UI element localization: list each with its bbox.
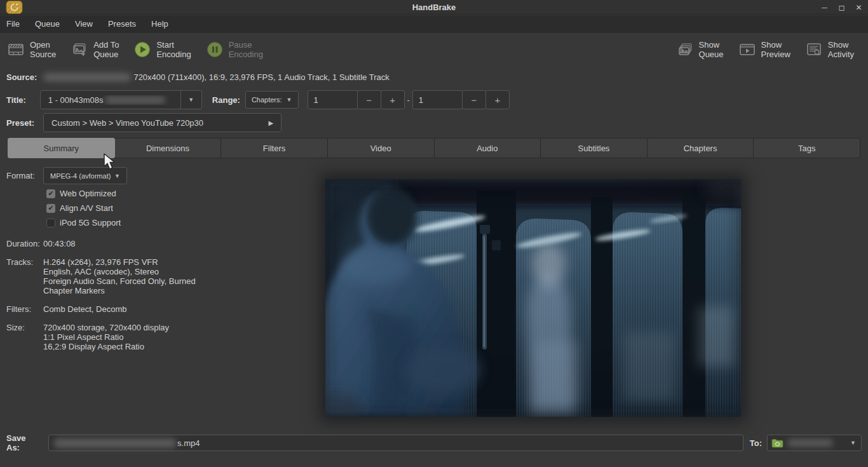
size-line: 1:1 Pixel Aspect Ratio <box>43 332 169 342</box>
titlebar[interactable]: HandBrake ─ ◻ ✕ <box>0 0 868 15</box>
align-av-label: Align A/V Start <box>60 203 113 213</box>
plus-icon: + <box>390 95 395 105</box>
preset-row: Preset: Custom > Web > Vimeo YouTube 720… <box>6 113 281 132</box>
tab-filters[interactable]: Filters <box>220 138 328 158</box>
range-start-increment-button[interactable]: + <box>381 90 405 109</box>
open-source-icon <box>8 41 24 58</box>
start-encoding-label-1: Start <box>156 40 191 50</box>
range-end-decrement-button[interactable]: − <box>462 90 486 109</box>
add-to-queue-icon <box>71 41 88 58</box>
size-value: 720x400 storage, 720x400 display 1:1 Pix… <box>43 323 169 351</box>
redacted-destination-path <box>787 439 833 447</box>
tab-dimensions[interactable]: Dimensions <box>114 138 222 158</box>
redacted-filename <box>54 438 176 448</box>
minimize-icon[interactable]: ─ <box>819 2 830 13</box>
toolbar: Open Source Add To Queue <box>0 33 868 65</box>
tab-bar: Summary Dimensions Filters Video Audio S… <box>8 138 860 158</box>
source-row: Source: 720x400 (711x400), 16:9, 23,976 … <box>6 71 390 83</box>
pause-encoding-button[interactable]: Pause Encoding <box>199 37 271 62</box>
ipod-label: iPod 5G Support <box>60 218 121 227</box>
web-optimized-checkbox[interactable]: ✔ <box>46 189 55 198</box>
redacted-source-path <box>43 73 131 81</box>
menu-file[interactable]: File <box>6 15 27 33</box>
menu-view[interactable]: View <box>67 15 100 33</box>
start-encoding-button[interactable]: Start Encoding <box>126 37 198 62</box>
preset-select[interactable]: Custom > Web > Vimeo YouTube 720p30 ▶ <box>43 113 281 132</box>
filename-suffix: s.mp4 <box>177 438 200 448</box>
start-encoding-icon <box>134 41 151 58</box>
title-label: Title: <box>6 95 26 105</box>
tracks-label: Tracks: <box>6 257 33 267</box>
redacted-title-text <box>105 96 165 104</box>
tab-summary[interactable]: Summary <box>8 138 115 158</box>
open-source-label-1: Open <box>30 40 56 50</box>
range-start-decrement-button[interactable]: − <box>357 90 381 109</box>
menu-help[interactable]: Help <box>144 15 176 33</box>
destination-dropdown-arrow-icon: ▼ <box>850 440 856 446</box>
range-end-increment-button[interactable]: + <box>485 90 510 109</box>
align-av-checkbox[interactable]: ✔ <box>46 204 55 213</box>
title-value: 1 - 00h43m08s <box>48 95 104 105</box>
tab-video[interactable]: Video <box>327 138 435 158</box>
format-value: MPEG-4 (avformat) <box>50 172 111 180</box>
range-end-value: 1 <box>419 95 423 105</box>
home-folder-icon <box>771 438 783 448</box>
filters-value: Comb Detect, Decomb <box>43 304 127 314</box>
show-activity-label-1: Show <box>828 40 854 50</box>
maximize-icon[interactable]: ◻ <box>836 2 847 13</box>
preset-value: Custom > Web > Vimeo YouTube 720p30 <box>51 118 203 128</box>
align-av-row: ✔ Align A/V Start <box>46 203 113 213</box>
tracks-line: Foreign Audio Scan, Forced Only, Burned <box>43 276 196 286</box>
preset-label: Preset: <box>6 118 34 128</box>
tab-tags[interactable]: Tags <box>753 138 860 158</box>
title-select[interactable]: 1 - 00h43m08s ▼ <box>40 90 202 109</box>
close-icon[interactable]: ✕ <box>853 2 864 13</box>
size-line: 720x400 storage, 720x400 display <box>43 323 169 332</box>
size-line: 16,2:9 Display Aspect Ratio <box>43 342 169 351</box>
show-queue-label-2: Queue <box>699 50 724 59</box>
check-icon: ✔ <box>48 189 53 198</box>
show-preview-label-1: Show <box>761 40 790 50</box>
menu-presets[interactable]: Presets <box>100 15 144 33</box>
add-to-queue-label-1: Add To <box>93 40 119 50</box>
show-activity-label-2: Activity <box>828 50 854 59</box>
range-mode-value: Chapters: <box>252 96 282 104</box>
ipod-checkbox[interactable] <box>46 219 55 227</box>
show-queue-icon <box>677 41 693 58</box>
range-mode-select[interactable]: Chapters: ▼ <box>245 91 299 109</box>
show-queue-label-1: Show <box>699 40 724 50</box>
pause-encoding-label-1: Pause <box>229 40 263 50</box>
range-start-input[interactable]: 1 <box>308 90 358 109</box>
tracks-value: H.264 (x264), 23,976 FPS VFR English, AA… <box>43 257 196 295</box>
range-label: Range: <box>212 95 240 105</box>
minus-icon: − <box>366 95 372 105</box>
plus-icon: + <box>494 95 500 105</box>
range-start-value: 1 <box>314 95 318 105</box>
window-title: HandBrake <box>0 0 868 15</box>
preview-image <box>325 179 741 417</box>
format-dropdown-arrow-icon: ▼ <box>114 173 120 179</box>
filters-label: Filters: <box>6 304 31 314</box>
add-to-queue-button[interactable]: Add To Queue <box>64 37 126 62</box>
show-queue-button[interactable]: Show Queue <box>669 37 731 62</box>
minus-icon: − <box>471 95 477 105</box>
tab-chapters[interactable]: Chapters <box>647 138 754 158</box>
save-as-input[interactable]: s.mp4 <box>48 435 743 451</box>
range-end-input[interactable]: 1 <box>412 90 463 109</box>
tab-subtitles[interactable]: Subtitles <box>540 138 648 158</box>
tracks-line: H.264 (x264), 23,976 FPS VFR <box>43 257 196 267</box>
source-label: Source: <box>6 72 37 82</box>
show-activity-button[interactable]: Show Activity <box>798 37 862 62</box>
start-encoding-label-2: Encoding <box>156 50 191 59</box>
duration-value: 00:43:08 <box>43 239 76 248</box>
menubar: File Queue View Presets Help <box>0 15 868 33</box>
tab-audio[interactable]: Audio <box>434 138 541 158</box>
title-dropdown-arrow-icon: ▼ <box>180 91 201 109</box>
menu-queue[interactable]: Queue <box>27 15 67 33</box>
show-preview-button[interactable]: Show Preview <box>731 37 798 62</box>
open-source-button[interactable]: Open Source <box>0 37 64 62</box>
duration-label: Duration: <box>6 239 40 248</box>
destination-select[interactable]: ▼ <box>767 435 862 451</box>
preset-expand-arrow-icon: ▶ <box>268 119 273 126</box>
pause-encoding-icon <box>207 41 223 58</box>
